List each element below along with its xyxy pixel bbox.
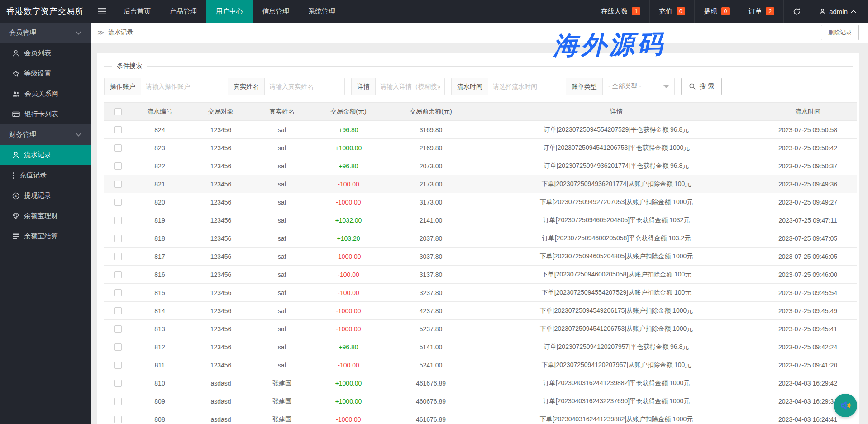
cell-amount: -100.00 <box>310 284 387 302</box>
cell-account: asdasd <box>187 410 254 424</box>
cell-amount: -1000.00 <box>310 193 387 211</box>
user-icon <box>12 50 19 57</box>
sidebar-group-title[interactable]: 会员管理 <box>0 23 91 43</box>
cell-time: 2023-07-25 09:49:36 <box>758 175 857 193</box>
sidebar-item[interactable]: 余额宝理财 <box>0 206 91 226</box>
cell-real-name: saf <box>254 157 310 175</box>
sidebar-item[interactable]: 银行卡列表 <box>0 104 91 124</box>
row-checkbox[interactable] <box>114 181 122 188</box>
row-checkbox[interactable] <box>114 325 122 333</box>
floating-audio-button[interactable] <box>834 394 857 417</box>
sidebar-group-title[interactable]: 财务管理 <box>0 124 91 145</box>
search-input[interactable] <box>141 78 221 95</box>
row-checkbox[interactable] <box>114 144 122 152</box>
header-stat[interactable]: 充值0 <box>649 0 694 23</box>
search-field-group: 详情 <box>351 78 445 95</box>
header-stats: 在线人数1充值0提现0订单2 <box>591 0 783 23</box>
speaker-icon <box>839 399 852 412</box>
user-icon <box>12 152 19 159</box>
bill-type-select[interactable]: - 全部类型 - <box>603 78 674 95</box>
row-checkbox[interactable] <box>114 416 122 423</box>
cell-time: 2023-07-25 09:47:11 <box>758 211 857 229</box>
sidebar-item[interactable]: 等级设置 <box>0 63 91 84</box>
row-checkbox[interactable] <box>114 235 122 242</box>
cell-balance: 3037.80 <box>387 248 474 266</box>
search-input[interactable] <box>265 78 344 95</box>
cell-real-name: saf <box>254 121 310 139</box>
table-row: 808asdasd张建国-1000.00461676.89下单[20230403… <box>104 410 857 424</box>
cell-time: 2023-07-25 09:45:41 <box>758 320 857 338</box>
search-input[interactable] <box>488 78 559 95</box>
cell-amount: +1000.00 <box>310 374 387 392</box>
row-checkbox[interactable] <box>114 343 122 351</box>
search-button[interactable]: 搜 索 <box>681 78 722 95</box>
row-checkbox[interactable] <box>114 289 122 296</box>
nav-item[interactable]: 信息管理 <box>253 0 299 23</box>
sidebar-item-label: 会员关系网 <box>24 90 58 98</box>
table-row: 810asdasd张建国+1000.00461676.89订单[20230403… <box>104 374 857 392</box>
row-checkbox[interactable] <box>114 398 122 405</box>
search-field-label: 详情 <box>352 78 376 95</box>
sidebar-item[interactable]: 余额宝结算 <box>0 226 91 247</box>
card-icon <box>12 111 20 118</box>
row-checkbox[interactable] <box>114 217 122 224</box>
sidebar-item[interactable]: ¥提现记录 <box>0 186 91 206</box>
row-checkbox[interactable] <box>114 162 122 170</box>
checkbox-cell <box>104 374 132 392</box>
header-stat[interactable]: 在线人数1 <box>591 0 649 23</box>
stat-badge: 1 <box>632 7 640 15</box>
menu-toggle-button[interactable] <box>91 0 114 23</box>
sidebar-item[interactable]: 会员列表 <box>0 43 91 63</box>
header-stat[interactable]: 订单2 <box>739 0 783 23</box>
refresh-button[interactable] <box>783 0 810 23</box>
delete-records-button[interactable]: 删除记录 <box>821 25 859 40</box>
checkbox-cell <box>104 175 132 193</box>
cell-account: 123456 <box>187 193 254 211</box>
user-menu[interactable]: admin <box>810 0 868 23</box>
row-checkbox[interactable] <box>114 380 122 387</box>
checkbox-cell <box>104 284 132 302</box>
cell-balance: 4237.80 <box>387 302 474 320</box>
row-checkbox[interactable] <box>114 199 122 206</box>
main-content: 条件搜索 操作账户真实姓名详情流水时间账单类型- 全部类型 -搜 索 流水编号交… <box>91 43 868 424</box>
cell-real-name: 张建国 <box>254 410 310 424</box>
sidebar-item[interactable]: 充值记录 <box>0 165 91 186</box>
nav-item[interactable]: 后台首页 <box>114 0 160 23</box>
sidebar-item[interactable]: 流水记录 <box>0 145 91 165</box>
header-stat[interactable]: 提现0 <box>694 0 739 23</box>
chevdown-icon <box>76 31 81 35</box>
row-checkbox[interactable] <box>114 253 122 260</box>
column-header: 交易对象 <box>187 103 254 121</box>
nav-item[interactable]: 产品管理 <box>160 0 206 23</box>
row-checkbox[interactable] <box>114 307 122 314</box>
stat-label: 在线人数 <box>601 7 628 16</box>
records-table: 流水编号交易对象真实姓名交易金额(元)交易前余额(元)详情流水时间 824123… <box>104 102 857 424</box>
row-checkbox[interactable] <box>114 126 122 133</box>
cell-detail: 订单[20230725094600205058]平仓获得金额 103.2元 <box>474 229 758 248</box>
cell-balance: 2173.00 <box>387 175 474 193</box>
person-icon <box>819 8 826 15</box>
cell-flow-id: 812 <box>132 338 187 356</box>
row-checkbox[interactable] <box>114 362 122 369</box>
checkbox-cell <box>104 193 132 211</box>
sidebar-group-label: 财务管理 <box>9 130 36 139</box>
cell-real-name: saf <box>254 248 310 266</box>
cell-time: 2023-07-25 09:45:49 <box>758 302 857 320</box>
cell-amount: +96.80 <box>310 121 387 139</box>
cell-balance: 2037.80 <box>387 229 474 248</box>
cell-detail: 下单[20230403162441239882]从账户扣除金额 1000元 <box>474 410 758 424</box>
select-all-checkbox[interactable] <box>114 108 122 115</box>
cell-real-name: saf <box>254 356 310 374</box>
sidebar-item-label: 流水记录 <box>24 151 51 159</box>
table-row: 820123456saf-1000.003173.00下单[2023072509… <box>104 193 857 211</box>
nav-item[interactable]: 系统管理 <box>299 0 345 23</box>
cell-time: 2023-07-25 09:47:05 <box>758 229 857 248</box>
refresh-icon <box>793 8 801 15</box>
user-name: admin <box>829 8 848 15</box>
cell-detail: 订单[20230403162441239882]平仓获得金额 1000元 <box>474 374 758 392</box>
sidebar-item[interactable]: 会员关系网 <box>0 84 91 104</box>
nav-item[interactable]: 用户中心 <box>206 0 253 23</box>
cell-flow-id: 808 <box>132 410 187 424</box>
row-checkbox[interactable] <box>114 271 122 278</box>
search-input[interactable] <box>376 78 444 95</box>
